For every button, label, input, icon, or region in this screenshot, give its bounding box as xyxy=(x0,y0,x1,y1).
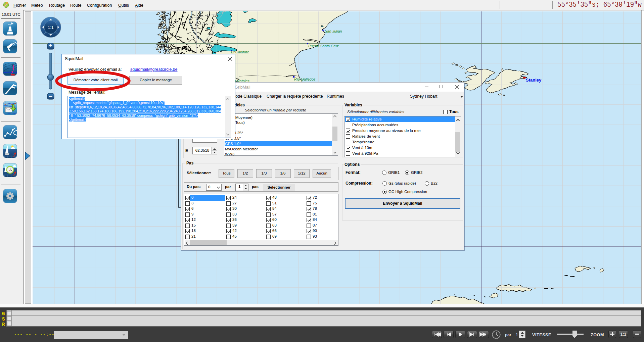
svg-text:San Julián: San Julián xyxy=(325,29,342,33)
svg-text:Puerto Santa Cruz: Puerto Santa Cruz xyxy=(308,44,339,48)
svg-text:Stanley: Stanley xyxy=(526,78,542,83)
svg-text:1:1: 1:1 xyxy=(48,25,53,30)
svg-text:Río Gallegos: Río Gallegos xyxy=(294,77,316,81)
svg-text:El Calafate: El Calafate xyxy=(231,50,249,54)
